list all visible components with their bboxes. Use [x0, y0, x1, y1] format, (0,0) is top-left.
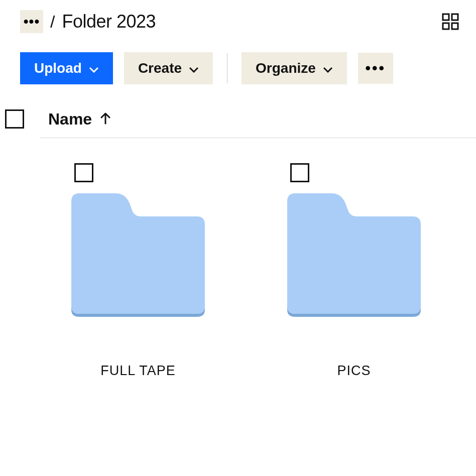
organize-label: Organize [256, 60, 316, 76]
list-header: Name [0, 99, 476, 138]
create-label: Create [138, 60, 182, 76]
chevron-down-icon [323, 60, 333, 76]
sort-asc-icon [100, 110, 111, 129]
folder-item[interactable]: PICS [281, 163, 427, 379]
svg-rect-0 [443, 14, 449, 20]
toolbar-divider [227, 53, 227, 83]
folder-label: FULL TAPE [100, 363, 176, 379]
breadcrumb: ••• / Folder 2023 [20, 10, 156, 33]
breadcrumb-current[interactable]: Folder 2023 [62, 11, 156, 32]
column-header-name[interactable]: Name [48, 110, 111, 129]
grid-view-button[interactable] [440, 11, 461, 32]
svg-rect-3 [452, 23, 458, 29]
svg-rect-2 [443, 23, 449, 29]
folder-label: PICS [337, 363, 371, 379]
upload-button[interactable]: Upload [20, 52, 113, 84]
item-checkbox[interactable] [290, 163, 309, 182]
column-name-label: Name [48, 110, 92, 129]
folder-icon [281, 187, 427, 318]
create-button[interactable]: Create [124, 52, 213, 84]
folder-icon [65, 187, 211, 318]
breadcrumb-more-button[interactable]: ••• [20, 10, 43, 33]
svg-rect-1 [452, 14, 458, 20]
toolbar-more-button[interactable]: ••• [358, 53, 393, 84]
select-all-checkbox[interactable] [5, 109, 24, 129]
upload-label: Upload [34, 60, 82, 76]
organize-button[interactable]: Organize [242, 52, 347, 84]
item-checkbox[interactable] [74, 163, 93, 182]
toolbar: Upload Create Organize ••• [0, 38, 476, 99]
breadcrumb-separator: / [50, 12, 55, 32]
grid-icon [442, 13, 459, 30]
folder-item[interactable]: FULL TAPE [65, 163, 211, 379]
chevron-down-icon [89, 60, 99, 76]
chevron-down-icon [189, 60, 199, 76]
file-grid: FULL TAPE PICS [0, 138, 476, 379]
